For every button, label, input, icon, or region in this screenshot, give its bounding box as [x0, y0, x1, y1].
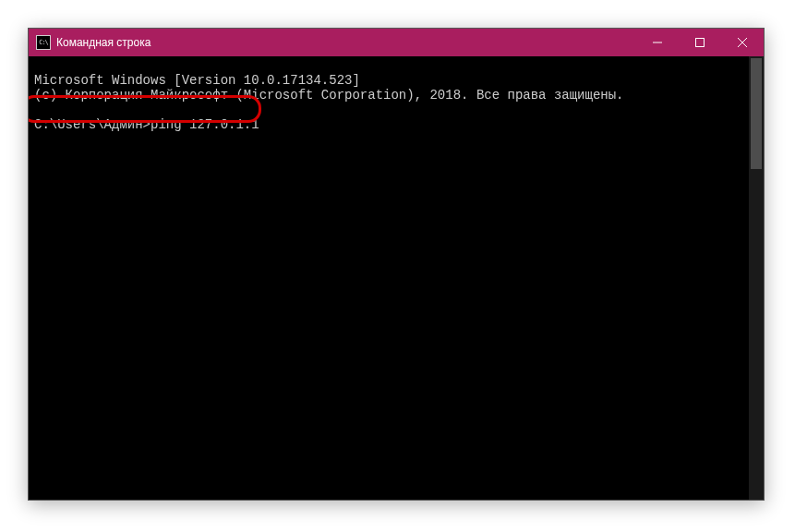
terminal-line: Microsoft Windows [Version 10.0.17134.52… — [34, 73, 360, 88]
window-title: Командная строка — [56, 36, 636, 49]
close-button[interactable] — [721, 29, 764, 56]
command-text: ping 127.0.1.1 — [151, 117, 259, 132]
minimize-button[interactable] — [636, 29, 679, 56]
svg-rect-1 — [696, 39, 705, 47]
prompt-line: C:\Users\Админ>ping 127.0.1.1 — [34, 117, 259, 132]
window-controls — [636, 29, 764, 56]
terminal-content: Microsoft Windows [Version 10.0.17134.52… — [34, 58, 758, 498]
maximize-icon — [695, 38, 705, 47]
close-icon — [738, 38, 747, 47]
app-icon: C:\ — [36, 35, 51, 50]
scrollbar-thumb[interactable] — [751, 58, 762, 169]
prompt-text: C:\Users\Админ> — [34, 117, 151, 132]
vertical-scrollbar[interactable] — [749, 56, 764, 500]
terminal-body[interactable]: Microsoft Windows [Version 10.0.17134.52… — [29, 56, 764, 500]
terminal-line: (c) Корпорация Майкрософт (Microsoft Cor… — [34, 88, 624, 103]
command-prompt-window: C:\ Командная строка Microsoft Windows [… — [28, 28, 765, 501]
titlebar[interactable]: C:\ Командная строка — [29, 29, 764, 56]
maximize-button[interactable] — [679, 29, 721, 56]
minimize-icon — [653, 38, 662, 47]
